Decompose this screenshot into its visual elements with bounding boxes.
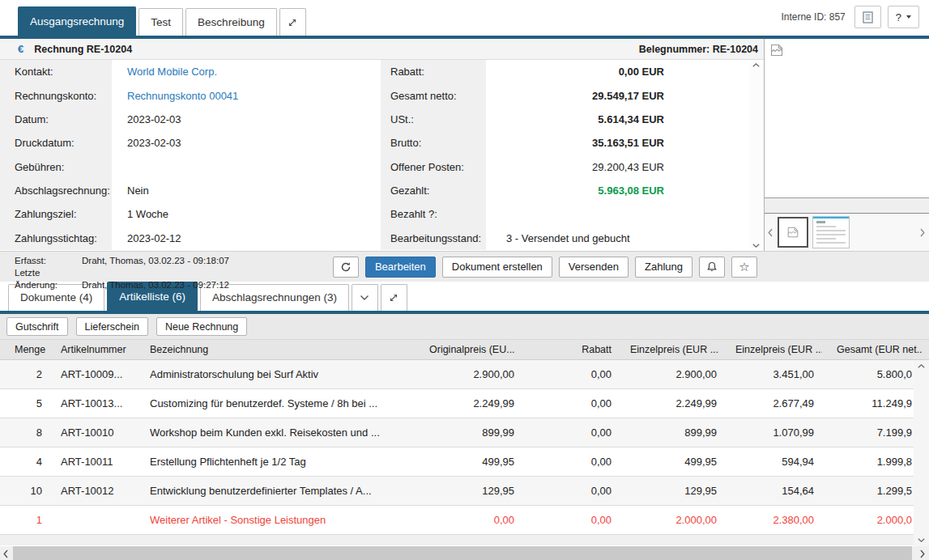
payment-button[interactable]: Zahlung [635,257,692,278]
chevron-right-icon [920,228,925,237]
thumbnail-selected[interactable] [778,217,808,248]
field-value: 35.163,51 EUR [486,137,749,149]
thumbnails-next-button[interactable] [917,228,927,237]
reminder-button[interactable] [699,257,725,278]
field-row: Rechnungskonto: Rechnungskonto 00041 [0,83,381,107]
chevron-down-icon[interactable] [918,538,925,542]
field-label: Bezahlt ?: [381,202,486,226]
thumbnails-prev-button[interactable] [765,228,775,237]
chevron-down-icon [360,295,369,301]
column-header[interactable]: Gesamt (EUR net.. [822,344,929,355]
horizontal-scrollbar[interactable] [0,546,929,560]
toolbar-button[interactable]: Neue Rechnung [156,317,247,336]
create-document-button[interactable]: Dokument erstellen [442,257,552,278]
scrollbar-thumb[interactable] [13,546,912,560]
table-cell: 0,00 [522,514,620,526]
column-header[interactable]: Einzelpreis (EUR ... [620,344,725,355]
table-row[interactable]: 4ART-10011Erstellung Pflichtenheft je 1/… [0,448,914,477]
field-label: Zahlungsstichtag: [0,227,112,250]
column-header[interactable]: Menge [0,344,50,355]
chevron-down-icon[interactable] [752,244,760,248]
table-body: 2ART-10009...Administratorschulung bei S… [0,360,914,546]
doc-number: Belegnummer: RE-10204 [639,44,758,55]
column-header[interactable]: Bezeichnung [142,344,429,355]
thumbnail-line [816,230,846,231]
expand-tab[interactable] [279,8,306,36]
record-tab[interactable]: Beschreibung [185,8,277,36]
detail-scrollbar[interactable] [750,63,761,248]
field-value: 5.614,34 EUR [486,113,749,125]
chevron-up-icon[interactable] [918,364,925,368]
field-label: Datum: [0,108,112,131]
created-value: Draht, Thomas, 03.02.23 - 09:18:07 [82,256,229,265]
thumbnail-strip [765,213,929,251]
record-actions: Bearbeiten Dokument erstellen Versenden … [333,252,757,282]
table-cell: 0,00 [522,485,620,497]
expand-icon [288,18,297,28]
table-scrollbar[interactable] [914,360,929,546]
column-header[interactable]: Rabatt [522,344,620,355]
field-row: Zahlungsziel: 1 Woche [0,202,381,226]
toolbar-button[interactable]: Gutschrift [6,317,68,336]
internal-id-label: Interne ID: 857 [781,11,845,23]
tab-label: Artikelliste (6) [119,291,185,303]
tab-label: Dokumente (4) [20,291,92,303]
help-label: ? [896,11,901,23]
field-row: Brutto: 35.163,51 EUR [381,131,749,155]
document-thumbnail[interactable] [812,216,850,248]
refresh-button[interactable] [333,257,359,278]
tab-label: Beschreibung [198,16,265,28]
notes-button[interactable] [854,6,881,28]
table-cell: 5.800,0 [822,368,914,380]
record-tab[interactable]: Ausgangsrechnung [18,6,136,36]
field-row: USt.: 5.614,34 EUR [381,108,749,131]
table-cell: Customizing für benutzerdef. Systeme / 8… [142,397,429,409]
table-cell: 5 [0,397,50,409]
panel-gap [765,198,929,213]
favorite-button[interactable]: ☆ [731,257,757,278]
send-button[interactable]: Versenden [559,257,629,278]
table-cell: 8 [0,426,50,439]
table-row[interactable]: 2ART-10009...Administratorschulung bei S… [0,360,914,389]
table-row[interactable]: 1Weiterer Artikel - Sonstige Leistungen0… [0,506,914,535]
table-cell: 899,99 [429,426,522,439]
table-cell: 1 [0,514,50,526]
field-label: Gebühren: [0,155,112,179]
table-row[interactable]: 10ART-10012Entwicklung benutzerdefiniert… [0,477,914,506]
table-cell: 0,00 [522,456,620,468]
item-toolbar: GutschriftLieferscheinNeue Rechnung [0,314,929,340]
table-row[interactable]: 5ART-10013...Customizing für benutzerdef… [0,389,914,418]
table-cell: 499,95 [429,456,522,468]
table-cell: 0,00 [429,514,522,526]
invoice-fields: Kontakt: World Mobile Corp. Rechnungskon… [0,60,764,250]
document-preview[interactable] [765,39,929,198]
thumbnail-accent-line [813,217,849,218]
table-cell: 2.900,00 [429,368,522,380]
field-row: Druckdatum: 2023-02-03 [0,131,381,155]
table-row[interactable]: 8ART-10010Workshop beim Kunden exkl. Rei… [0,418,914,448]
scroll-left-button[interactable] [3,549,8,560]
chevron-up-icon[interactable] [752,63,760,67]
field-value: 29.549,17 EUR [486,90,749,102]
column-header[interactable]: Artikelnummer [50,344,142,355]
toolbar-button[interactable]: Lieferschein [76,317,148,336]
record-tab[interactable]: Test [138,8,183,36]
table-cell: ART-10011 [50,456,142,468]
table-cell: 4 [0,456,50,468]
table-cell: Erstellung Pflichtenheft je 1/2 Tag [142,456,429,468]
field-label: Abschlagsrechnung: [0,179,112,202]
edit-button[interactable]: Bearbeiten [365,257,436,278]
field-value[interactable]: Rechnungskonto 00041 [112,90,238,102]
field-label: Druckdatum: [0,131,112,155]
help-button[interactable]: ? [888,6,919,28]
column-header[interactable]: Originalpreis (EU... [429,344,522,355]
table-cell: Workshop beim Kunden exkl. Reisekosten u… [142,426,429,439]
table-cell: Weiterer Artikel - Sonstige Leistungen [142,514,429,526]
table-cell: 10 [0,485,50,497]
tab-label: Abschlagsrechnungen (3) [212,291,337,303]
thumbnail-line [816,226,836,227]
column-header[interactable]: Einzelpreis (EUR ... [725,344,822,355]
scroll-right-button[interactable] [920,549,925,560]
field-value[interactable]: World Mobile Corp. [112,66,217,78]
field-value: 2023-02-03 [112,113,181,125]
